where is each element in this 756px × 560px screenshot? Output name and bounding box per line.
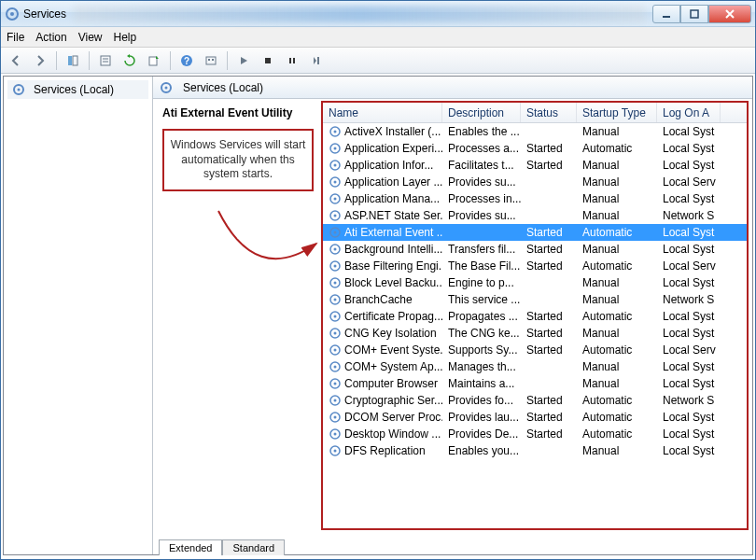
service-row[interactable]: DCOM Server Proc...Provides lau...Starte… [323, 409, 747, 426]
gear-icon [329, 377, 342, 390]
svg-rect-2 [663, 16, 670, 18]
refresh-button[interactable] [119, 50, 141, 71]
svg-rect-3 [691, 10, 698, 18]
service-row[interactable]: DFS ReplicationEnables you...ManualLocal… [323, 442, 747, 459]
services-app-icon [5, 7, 20, 21]
service-row[interactable]: Application Mana...Processes in...Manual… [323, 190, 747, 207]
service-logon: Local Syst [657, 225, 721, 240]
svg-rect-15 [265, 58, 271, 63]
service-description [442, 231, 521, 233]
svg-point-28 [334, 164, 337, 167]
back-button[interactable] [5, 50, 27, 71]
service-row[interactable]: Computer BrowserMaintains a...ManualLoca… [323, 375, 747, 392]
list-body[interactable]: ActiveX Installer (...Enables the ...Man… [323, 123, 747, 528]
service-status: Started [521, 242, 577, 257]
service-row[interactable]: Cryptographic Ser...Provides fo...Starte… [323, 392, 747, 409]
svg-point-46 [334, 315, 337, 318]
gear-icon [329, 142, 342, 155]
menu-view[interactable]: View [78, 31, 103, 44]
service-row[interactable]: COM+ System Ap...Manages th...ManualLoca… [323, 358, 747, 375]
col-name[interactable]: Name [323, 103, 442, 122]
gear-icon [329, 444, 342, 457]
menu-action[interactable]: Action [35, 31, 66, 44]
service-startup: Manual [577, 443, 657, 458]
service-status: Started [521, 259, 577, 273]
svg-point-24 [334, 131, 337, 133]
service-logon: Local Serv [657, 175, 721, 189]
service-status [521, 131, 577, 133]
service-startup: Automatic [577, 259, 657, 273]
service-name: Application Infor... [344, 159, 433, 172]
service-description: The Base Fil... [442, 259, 521, 273]
console-tree-button[interactable] [200, 50, 222, 71]
restart-service-button[interactable] [305, 50, 328, 71]
toolbar-separator [227, 51, 228, 70]
services-list[interactable]: Name Description Status Startup Type Log… [321, 101, 749, 530]
service-startup: Manual [577, 158, 657, 173]
svg-rect-5 [73, 56, 77, 65]
console-tree-pane[interactable]: Services (Local) [4, 77, 153, 554]
service-row[interactable]: Certificate Propag...Propagates ...Start… [323, 308, 747, 325]
toolbar: ? [1, 48, 755, 74]
service-startup: Automatic [577, 393, 657, 408]
tree-root-label: Services (Local) [34, 83, 114, 96]
service-row[interactable]: CNG Key IsolationThe CNG ke...StartedMan… [323, 325, 747, 342]
help-button[interactable]: ? [175, 50, 198, 71]
service-status: Started [521, 393, 577, 408]
forward-button[interactable] [29, 50, 51, 71]
service-row[interactable]: Application Layer ...Provides su...Manua… [323, 174, 747, 190]
col-status[interactable]: Status [521, 103, 577, 122]
service-description: Processes a... [442, 141, 521, 156]
service-status [521, 215, 577, 217]
gear-icon [329, 310, 342, 323]
service-name: CNG Key Isolation [344, 327, 437, 340]
gear-icon [329, 276, 342, 289]
service-description: Enables the ... [442, 124, 521, 139]
service-row[interactable]: ActiveX Installer (...Enables the ...Man… [323, 123, 747, 140]
detail-pane: Ati External Event Utility Windows Servi… [153, 99, 321, 534]
service-startup: Manual [577, 175, 657, 189]
gear-icon [329, 360, 342, 373]
tab-standard[interactable]: Standard [222, 539, 285, 555]
svg-rect-16 [289, 58, 291, 63]
menu-help[interactable]: Help [114, 31, 137, 44]
service-name: BranchCache [344, 293, 413, 306]
service-logon: Local Syst [657, 326, 721, 341]
export-list-button[interactable] [143, 50, 165, 71]
service-status: Started [521, 343, 577, 357]
tree-root-services-local[interactable]: Services (Local) [7, 80, 148, 99]
svg-rect-9 [149, 57, 157, 65]
service-row[interactable]: ASP.NET State Ser...Provides su...Manual… [323, 207, 747, 224]
service-row[interactable]: Base Filtering Engi...The Base Fil...Sta… [323, 258, 747, 274]
close-button[interactable] [708, 5, 751, 23]
service-name: Base Filtering Engi... [344, 259, 442, 273]
stop-service-button[interactable] [257, 50, 279, 71]
list-header[interactable]: Name Description Status Startup Type Log… [323, 103, 747, 123]
service-row[interactable]: Application Infor...Facilitates t...Star… [323, 157, 747, 174]
col-logon[interactable]: Log On A [657, 103, 721, 122]
service-row[interactable]: Application Experi...Processes a...Start… [323, 140, 747, 157]
menu-file[interactable]: File [7, 31, 24, 44]
titlebar[interactable]: Services [1, 1, 755, 27]
gear-icon [329, 394, 342, 407]
service-row[interactable]: Ati External Event ...StartedAutomaticLo… [323, 224, 747, 241]
service-logon: Local Serv [657, 343, 721, 357]
gear-icon [329, 159, 342, 172]
svg-rect-13 [208, 59, 210, 61]
maximize-button[interactable] [680, 5, 708, 23]
service-row[interactable]: Desktop Window ...Provides De...StartedA… [323, 426, 747, 442]
tab-extended[interactable]: Extended [159, 539, 222, 555]
minimize-button[interactable] [652, 5, 680, 23]
col-startup[interactable]: Startup Type [577, 103, 657, 122]
show-hide-tree-button[interactable] [62, 50, 84, 71]
properties-button[interactable] [94, 50, 117, 71]
service-startup: Automatic [577, 225, 657, 240]
service-row[interactable]: Background Intelli...Transfers fil...Sta… [323, 241, 747, 258]
service-status: Started [521, 410, 577, 425]
pause-service-button[interactable] [281, 50, 303, 71]
col-description[interactable]: Description [442, 103, 521, 122]
service-row[interactable]: BranchCacheThis service ...ManualNetwork… [323, 291, 747, 308]
service-row[interactable]: Block Level Backu...Engine to p...Manual… [323, 274, 747, 291]
service-row[interactable]: COM+ Event Syste...Supports Sy...Started… [323, 342, 747, 358]
start-service-button[interactable] [232, 50, 255, 71]
